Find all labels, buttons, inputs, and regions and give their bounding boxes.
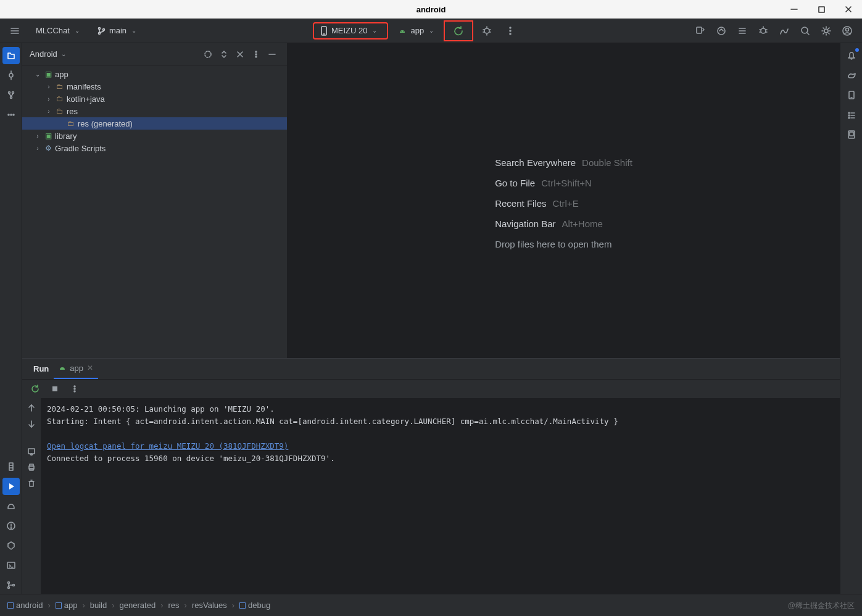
module-icon: ▣ (45, 70, 52, 78)
tree-node-res[interactable]: ›🗀res (22, 105, 287, 117)
tree-node-res-generated[interactable]: 🗀res (generated) (22, 117, 287, 130)
more-tools-button[interactable] (2, 106, 20, 123)
debug-attach-icon[interactable] (753, 21, 773, 41)
app-quality-tool-button[interactable] (2, 537, 20, 554)
tree-node-manifests[interactable]: ›🗀manifests (22, 80, 287, 93)
close-panel-button[interactable] (233, 47, 247, 62)
emulator-button[interactable] (843, 126, 860, 143)
tree-node-app[interactable]: ⌄▣app (22, 68, 287, 80)
main-menu-button[interactable] (5, 21, 25, 41)
commit-tool-button[interactable] (2, 67, 20, 84)
settings-button[interactable] (816, 21, 836, 41)
tree-node-gradle-scripts[interactable]: ›⚙Gradle Scripts (22, 142, 287, 154)
shortcut-label: Ctrl+Shift+N (541, 178, 592, 188)
svg-point-25 (718, 27, 725, 35)
svg-point-40 (9, 73, 13, 77)
code-with-me-icon[interactable] (690, 21, 710, 41)
folder-icon: 🗀 (56, 94, 64, 103)
svg-point-37 (824, 29, 828, 33)
close-tab-button[interactable]: ✕ (87, 364, 93, 372)
svg-point-21 (510, 27, 511, 28)
notifications-button[interactable] (843, 47, 860, 64)
svg-rect-64 (52, 386, 57, 391)
account-button[interactable] (837, 21, 857, 41)
breadcrumb-item[interactable]: app (56, 601, 78, 610)
debug-button[interactable] (477, 21, 497, 41)
editor-area[interactable]: Search EverywhereDouble Shift Go to File… (288, 43, 840, 358)
project-tree[interactable]: ⌄▣app ›🗀manifests ›🗀kotlin+java ›🗀res 🗀r… (22, 65, 287, 358)
svg-rect-75 (30, 481, 33, 486)
panel-options-button[interactable] (249, 47, 263, 62)
profiler-icon[interactable] (774, 21, 794, 41)
more-actions-button[interactable] (500, 21, 520, 41)
svg-point-62 (255, 56, 257, 57)
print-button[interactable] (24, 460, 39, 475)
breadcrumb-item[interactable]: android (7, 601, 43, 610)
svg-point-67 (74, 391, 75, 392)
svg-point-47 (10, 114, 12, 115)
breadcrumb-item[interactable]: generated (120, 601, 156, 610)
branch-name: main (109, 26, 126, 35)
stop-button[interactable] (48, 382, 62, 396)
todo-button[interactable] (843, 106, 860, 123)
search-button[interactable] (795, 21, 815, 41)
device-name: MEIZU 20 (331, 26, 368, 35)
run-config-selector[interactable]: app⌄ (392, 22, 440, 40)
chevron-down-icon: ⌄ (131, 27, 136, 34)
project-tool-button[interactable] (2, 47, 20, 64)
vcs-tool-button[interactable] (2, 576, 20, 594)
gradle-button[interactable] (843, 67, 860, 84)
minimize-button[interactable] (781, 0, 808, 19)
refresh-run-button[interactable] (449, 21, 468, 41)
rerun-button[interactable] (28, 382, 42, 396)
module-name: MLCChat (36, 26, 70, 35)
problems-tool-button[interactable] (2, 517, 20, 535)
module-square-icon (239, 602, 246, 609)
device-selector[interactable]: MEIZU 20⌄ (313, 22, 389, 40)
structure-tool-button[interactable] (2, 86, 20, 104)
console-output[interactable]: 2024-02-21 00:50:05: Launching app on 'M… (41, 398, 840, 594)
breadcrumb-item[interactable]: resValues (192, 601, 227, 610)
svg-rect-1 (819, 7, 824, 12)
close-button[interactable] (835, 0, 862, 19)
breadcrumb-item[interactable]: build (90, 601, 107, 610)
inspections-tool-button[interactable] (2, 497, 20, 515)
logcat-link[interactable]: Open logcat panel for meizu MEIZU 20 (38… (47, 441, 288, 451)
run-tab-title: Run (28, 358, 54, 379)
run-config-tab[interactable]: app ✕ (54, 358, 98, 379)
recent-files-label: Recent Files (495, 198, 546, 209)
device-manager-button[interactable] (843, 86, 860, 104)
console-toolbar (22, 380, 840, 398)
module-selector[interactable]: MLCChat⌄ (30, 22, 86, 40)
soft-wrap-button[interactable] (24, 444, 39, 459)
watermark: @稀土掘金技术社区 (788, 601, 855, 611)
expand-collapse-button[interactable] (217, 47, 231, 62)
console-more-button[interactable] (68, 382, 81, 396)
run-tool-button[interactable] (2, 478, 20, 495)
tree-node-kotlin-java[interactable]: ›🗀kotlin+java (22, 93, 287, 105)
run-config-name: app (410, 26, 424, 35)
scroll-up-button[interactable] (24, 401, 39, 415)
breadcrumb-item[interactable]: debug (239, 601, 270, 610)
svg-point-13 (404, 31, 404, 31)
chevron-down-icon: ⌄ (75, 27, 80, 34)
update-button[interactable] (711, 21, 731, 41)
scroll-down-button[interactable] (24, 417, 39, 431)
empty-state: Search EverywhereDouble Shift Go to File… (495, 152, 632, 249)
search-everywhere-label: Search Everywhere (495, 157, 576, 168)
terminal-tool-button[interactable] (2, 557, 20, 574)
select-opened-file-button[interactable] (201, 47, 215, 62)
svg-point-65 (74, 386, 75, 387)
maximize-button[interactable] (808, 0, 835, 19)
breadcrumb-item[interactable]: res (168, 601, 179, 610)
build-tool-button[interactable] (2, 458, 20, 475)
sync-button[interactable] (732, 21, 752, 41)
window-title: android (416, 5, 446, 14)
svg-point-84 (848, 117, 850, 119)
svg-point-22 (510, 30, 511, 31)
clear-button[interactable] (24, 476, 39, 491)
project-view-selector[interactable]: Android⌄ (30, 49, 66, 59)
git-branch-selector[interactable]: main⌄ (91, 22, 143, 40)
hide-panel-button[interactable] (265, 47, 280, 62)
tree-node-library[interactable]: ›▣library (22, 130, 287, 142)
